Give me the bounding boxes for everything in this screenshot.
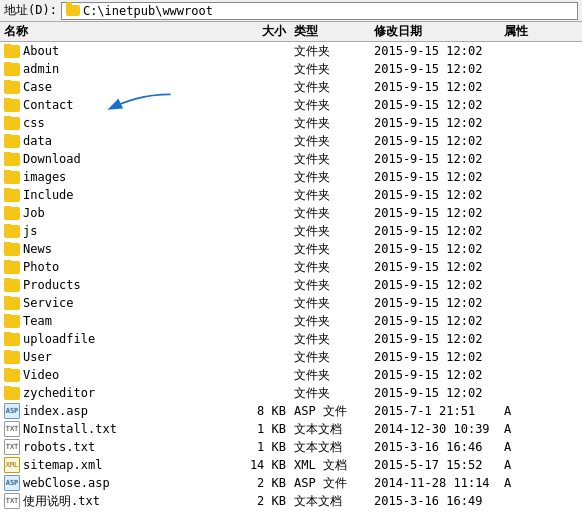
file-date-cell: 2015-9-15 12:02 — [374, 80, 504, 94]
address-input[interactable]: C:\inetpub\wwwroot — [61, 2, 578, 20]
file-date-cell: 2015-9-15 12:02 — [374, 332, 504, 346]
table-row[interactable]: XML sitemap.xml 14 KB XML 文档 2015-5-17 1… — [0, 456, 582, 474]
file-type-cell: 文件夹 — [294, 313, 374, 330]
folder-name: Team — [23, 314, 52, 328]
file-date-cell: 2015-7-1 21:51 — [374, 404, 504, 418]
file-date-cell: 2015-9-15 12:02 — [374, 188, 504, 202]
folder-name: uploadfile — [23, 332, 95, 346]
folder-name: data — [23, 134, 52, 148]
table-row[interactable]: About 文件夹 2015-9-15 12:02 — [0, 42, 582, 60]
file-size-cell: 1 KB — [234, 422, 294, 436]
table-row[interactable]: zycheditor 文件夹 2015-9-15 12:02 — [0, 384, 582, 402]
folder-icon — [4, 171, 20, 184]
file-name-cell: Video — [4, 368, 234, 382]
table-row[interactable]: Products 文件夹 2015-9-15 12:02 — [0, 276, 582, 294]
folder-name: About — [23, 44, 59, 58]
folder-name: Video — [23, 368, 59, 382]
file-date-cell: 2014-12-30 10:39 — [374, 422, 504, 436]
file-type-cell: 文本文档 — [294, 421, 374, 438]
file-date-cell: 2015-3-16 16:46 — [374, 440, 504, 454]
folder-icon — [4, 333, 20, 346]
table-row[interactable]: TXT NoInstall.txt 1 KB 文本文档 2014-12-30 1… — [0, 420, 582, 438]
table-row[interactable]: uploadfile 文件夹 2015-9-15 12:02 — [0, 330, 582, 348]
table-row[interactable]: Service 文件夹 2015-9-15 12:02 — [0, 294, 582, 312]
file-type-cell: ASP 文件 — [294, 475, 374, 492]
file-list: About 文件夹 2015-9-15 12:02 admin 文件夹 2015… — [0, 42, 582, 521]
file-date-cell: 2015-5-17 15:52 — [374, 458, 504, 472]
file-name-cell: About — [4, 44, 234, 58]
table-row[interactable]: images 文件夹 2015-9-15 12:02 — [0, 168, 582, 186]
table-row[interactable]: TXT 使用说明.txt 2 KB 文本文档 2015-3-16 16:49 — [0, 492, 582, 510]
file-type-cell: 文件夹 — [294, 115, 374, 132]
file-date-cell: 2015-9-15 12:02 — [374, 134, 504, 148]
file-type-cell: 文件夹 — [294, 295, 374, 312]
table-row[interactable]: TXT robots.txt 1 KB 文本文档 2015-3-16 16:46… — [0, 438, 582, 456]
table-row[interactable]: News 文件夹 2015-9-15 12:02 — [0, 240, 582, 258]
file-icon-asp: ASP — [4, 403, 20, 419]
file-name-cell: TXT robots.txt — [4, 439, 234, 455]
file-name-cell: Photo — [4, 260, 234, 274]
table-row[interactable]: Team 文件夹 2015-9-15 12:02 — [0, 312, 582, 330]
file-icon-asp: ASP — [4, 475, 20, 491]
file-size-cell: 14 KB — [234, 458, 294, 472]
col-header-size[interactable]: 大小 — [234, 23, 294, 40]
table-row[interactable]: admin 文件夹 2015-9-15 12:02 — [0, 60, 582, 78]
file-name-cell: admin — [4, 62, 234, 76]
table-row[interactable]: data 文件夹 2015-9-15 12:02 — [0, 132, 582, 150]
table-row[interactable]: js 文件夹 2015-9-15 12:02 — [0, 222, 582, 240]
folder-name: admin — [23, 62, 59, 76]
table-row[interactable]: Include 文件夹 2015-9-15 12:02 — [0, 186, 582, 204]
file-name-cell: Service — [4, 296, 234, 310]
folder-icon — [4, 207, 20, 220]
table-row[interactable]: Video 文件夹 2015-9-15 12:02 — [0, 366, 582, 384]
file-attr-cell: A — [504, 422, 544, 436]
file-name-cell: XML sitemap.xml — [4, 457, 234, 473]
folder-icon — [4, 297, 20, 310]
file-date-cell: 2015-9-15 12:02 — [374, 224, 504, 238]
folder-name: js — [23, 224, 37, 238]
file-icon-txt: TXT — [4, 439, 20, 455]
table-row[interactable]: ASP index.asp 8 KB ASP 文件 2015-7-1 21:51… — [0, 402, 582, 420]
folder-icon — [4, 351, 20, 364]
file-name-cell: ASP index.asp — [4, 403, 234, 419]
table-row[interactable]: Photo 文件夹 2015-9-15 12:02 — [0, 258, 582, 276]
table-row[interactable]: Contact 文件夹 2015-9-15 12:02 — [0, 96, 582, 114]
file-size-cell: 2 KB — [234, 476, 294, 490]
table-row[interactable]: Case 文件夹 2015-9-15 12:02 — [0, 78, 582, 96]
file-date-cell: 2014-11-28 11:14 — [374, 476, 504, 490]
table-row[interactable]: ASP webClose.asp 2 KB ASP 文件 2014-11-28 … — [0, 474, 582, 492]
file-attr-cell: A — [504, 458, 544, 472]
file-date-cell: 2015-9-15 12:02 — [374, 242, 504, 256]
file-date-cell: 2015-9-15 12:02 — [374, 116, 504, 130]
col-header-name[interactable]: 名称 — [4, 23, 234, 40]
table-row[interactable]: css 文件夹 2015-9-15 12:02 — [0, 114, 582, 132]
file-type-cell: 文件夹 — [294, 205, 374, 222]
file-size-cell: 8 KB — [234, 404, 294, 418]
folder-icon — [4, 81, 20, 94]
file-size-cell: 2 KB — [234, 494, 294, 508]
folder-name: User — [23, 350, 52, 364]
folder-icon — [4, 117, 20, 130]
file-name-cell: Case — [4, 80, 234, 94]
file-name-cell: Products — [4, 278, 234, 292]
folder-name: Case — [23, 80, 52, 94]
file-name: NoInstall.txt — [23, 422, 117, 436]
file-date-cell: 2015-9-15 12:02 — [374, 386, 504, 400]
folder-icon — [4, 225, 20, 238]
table-row[interactable]: User 文件夹 2015-9-15 12:02 — [0, 348, 582, 366]
file-size-cell: 1 KB — [234, 440, 294, 454]
file-name: 使用说明.txt — [23, 493, 100, 510]
file-type-cell: 文件夹 — [294, 367, 374, 384]
folder-icon — [4, 261, 20, 274]
table-row[interactable]: Download 文件夹 2015-9-15 12:02 — [0, 150, 582, 168]
file-icon-xml: XML — [4, 457, 20, 473]
file-name-cell: js — [4, 224, 234, 238]
folder-name: Products — [23, 278, 81, 292]
col-header-type[interactable]: 类型 — [294, 23, 374, 40]
folder-icon — [4, 135, 20, 148]
file-type-cell: 文件夹 — [294, 61, 374, 78]
col-header-date[interactable]: 修改日期 — [374, 23, 504, 40]
table-row[interactable]: Job 文件夹 2015-9-15 12:02 — [0, 204, 582, 222]
folder-name: Include — [23, 188, 74, 202]
col-header-attr[interactable]: 属性 — [504, 23, 544, 40]
